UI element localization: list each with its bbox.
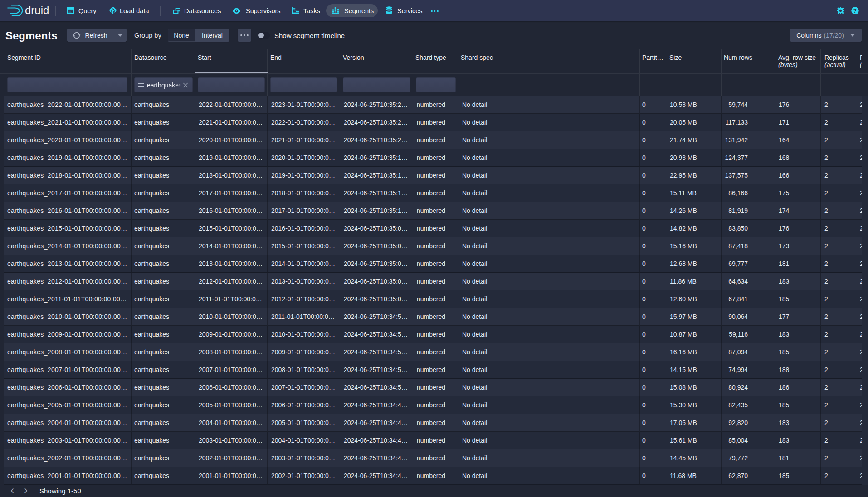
svg-text:?: ? (853, 8, 857, 14)
